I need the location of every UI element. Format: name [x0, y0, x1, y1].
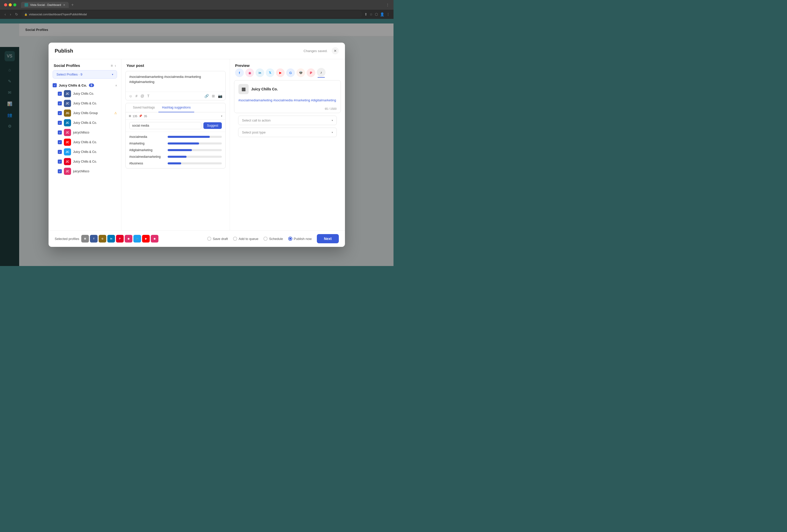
- platform-dropdown-arrow[interactable]: ▾: [221, 115, 222, 117]
- saved-hashtags-tab[interactable]: Saved hashtags: [129, 103, 158, 112]
- url-bar[interactable]: 🔒 vistasocial.com/dashboard?openPublishM…: [21, 11, 362, 18]
- preview-card: ▦ Juicy Chills Co. #socialmediamarketing…: [234, 80, 341, 113]
- profile-checkbox-8[interactable]: ✓: [58, 169, 62, 173]
- save-draft-radio[interactable]: [207, 237, 211, 241]
- pinterest-icon: 📌: [139, 114, 142, 118]
- profile-icon[interactable]: 👤: [380, 12, 384, 16]
- link-icon[interactable]: 🔗: [205, 94, 209, 98]
- avatar: JC: [64, 168, 71, 175]
- hashtag-bar-3: [168, 156, 187, 158]
- hashtag-panel: Saved hashtags Hashtag suggestions ⊞ 135…: [125, 103, 226, 169]
- checkbox-check-icon: ✓: [54, 84, 56, 87]
- image-icon[interactable]: ⊞: [212, 94, 215, 98]
- profiles-header-icons: ≡ ‹: [111, 64, 116, 68]
- hashtag-bar-4: [168, 162, 181, 164]
- emoji-icon[interactable]: ☺: [129, 94, 132, 98]
- maximize-window-btn[interactable]: [13, 3, 16, 6]
- save-draft-option[interactable]: Save draft: [207, 237, 228, 241]
- close-window-btn[interactable]: [4, 3, 7, 6]
- platform-google-btn[interactable]: G: [286, 68, 295, 77]
- publish-modal: Publish Changes saved. ✕ Social Profiles…: [48, 43, 345, 247]
- profile-checkbox-1[interactable]: ✓: [58, 101, 62, 106]
- schedule-radio[interactable]: [263, 237, 268, 241]
- back-btn[interactable]: ‹: [4, 12, 7, 17]
- hashtag-suggestions-tab[interactable]: Hashtag suggestions: [158, 103, 194, 112]
- mention-icon[interactable]: @: [141, 94, 144, 98]
- profile-thumb-5: ◉: [125, 235, 132, 243]
- browser-toolbar: ‹ › ↻ 🔒 vistasocial.com/dashboard?openPu…: [0, 10, 394, 19]
- platform-reddit-btn[interactable]: 👽: [296, 68, 305, 77]
- modal-header: Publish Changes saved. ✕: [48, 43, 345, 59]
- list-item: ✓ JG Juicy Chills Group ⚠: [52, 108, 117, 118]
- modal-close-btn[interactable]: ✕: [332, 47, 339, 54]
- preview-avatar-icon: ▦: [241, 86, 246, 92]
- list-item: #socialmedia: [126, 134, 226, 140]
- profile-name-0: Juicy Chills Co.: [73, 92, 94, 95]
- platform-youtube-btn[interactable]: ▶: [276, 68, 285, 77]
- post-text: #socialmediamarketing #socialmedia #mark…: [129, 75, 201, 84]
- camera-icon[interactable]: 📷: [218, 94, 222, 98]
- platform-linkedin-btn[interactable]: in: [256, 68, 264, 77]
- preview-avatar: ▦: [238, 84, 249, 94]
- hashtag-icon[interactable]: #: [135, 94, 137, 98]
- select-profiles-dropdown[interactable]: Select Profiles · 9 ▾: [52, 70, 117, 79]
- hashtag-bar-container-3: [168, 156, 222, 158]
- profile-checkbox-6[interactable]: ✓: [58, 150, 62, 154]
- group-chevron-icon[interactable]: ∧: [115, 84, 117, 87]
- platform-tiktok-btn[interactable]: ♪: [317, 68, 325, 76]
- suggest-button[interactable]: Suggest: [204, 122, 222, 129]
- profile-name-7: Juicy Chills & Co.: [73, 160, 97, 163]
- google-icon: G: [289, 71, 292, 75]
- group-checkbox[interactable]: ✓: [52, 83, 57, 87]
- profile-checkbox-0[interactable]: ✓: [58, 92, 62, 96]
- text-format-icon[interactable]: T: [147, 94, 149, 98]
- add-to-queue-option[interactable]: Add to queue: [233, 237, 258, 241]
- profile-checkbox-3[interactable]: ✓: [58, 121, 62, 125]
- list-item: #socialmediamarketing: [126, 153, 226, 160]
- profile-checkbox-2[interactable]: ✓: [58, 111, 62, 115]
- minimize-window-btn[interactable]: [9, 3, 12, 6]
- selected-profiles-label: Selected profiles: [55, 237, 79, 241]
- profile-checkbox-4[interactable]: ✓: [58, 130, 62, 135]
- share-icon[interactable]: ⬆: [364, 12, 367, 16]
- active-tab[interactable]: Vista Social - Dashboard ✕: [21, 2, 69, 8]
- tab-close-icon[interactable]: ✕: [63, 4, 65, 6]
- chrome-menu-icon[interactable]: ⋮: [386, 12, 390, 16]
- profile-name-2: Juicy Chills Group: [73, 111, 98, 115]
- preview-panel: Preview f ◉ in 𝕏: [230, 59, 345, 230]
- call-to-action-arrow-icon: ▾: [332, 119, 333, 122]
- platform-icons: f ◉ in 𝕏 ▶: [235, 68, 340, 77]
- publish-now-option[interactable]: Publish now: [288, 237, 312, 241]
- post-text-area[interactable]: #socialmediamarketing #socialmedia #mark…: [126, 71, 226, 92]
- publish-now-radio[interactable]: [288, 237, 292, 241]
- platform-facebook-btn[interactable]: f: [235, 68, 244, 77]
- post-editor: #socialmediamarketing #socialmedia #mark…: [125, 71, 226, 100]
- post-type-select[interactable]: Select post type ▾: [238, 128, 337, 137]
- tab-favicon: [24, 3, 28, 7]
- platform-instagram-btn[interactable]: ◉: [245, 68, 254, 77]
- filter-icon[interactable]: ≡: [111, 64, 113, 68]
- hashtag-tag-0: #socialmedia: [129, 135, 165, 139]
- profile-checkbox-7[interactable]: ✓: [58, 159, 62, 164]
- profile-name-5: Juicy Chills & Co.: [73, 140, 97, 144]
- platform-pinterest-btn[interactable]: P: [306, 68, 315, 77]
- platform-twitter-btn[interactable]: 𝕏: [266, 68, 274, 77]
- schedule-option[interactable]: Schedule: [263, 237, 283, 241]
- hashtag-search-input[interactable]: [129, 122, 201, 129]
- profiles-panel: Social Profiles ≡ ‹ Select Profiles · 9 …: [48, 59, 121, 230]
- next-button[interactable]: Next: [317, 234, 339, 243]
- forward-btn[interactable]: ›: [9, 12, 12, 17]
- profile-group-header[interactable]: ✓ Juicy Chills & Co. 9 ∧: [52, 82, 117, 89]
- extensions-icon[interactable]: ⬡: [375, 12, 378, 16]
- browser-menu-icon[interactable]: ⋮: [386, 3, 389, 7]
- new-tab-btn[interactable]: +: [70, 3, 75, 7]
- add-to-queue-radio[interactable]: [233, 237, 237, 241]
- instagram-icon: ◉: [248, 71, 251, 75]
- reload-btn[interactable]: ↻: [14, 12, 19, 17]
- collapse-icon[interactable]: ‹: [115, 64, 116, 68]
- call-to-action-select[interactable]: Select call to action ▾: [238, 116, 337, 125]
- preview-post-text: #socialmediamarketing #socialmedia #mark…: [234, 97, 341, 107]
- profile-checkbox-5[interactable]: ✓: [58, 140, 62, 144]
- bookmark-icon[interactable]: ☆: [369, 12, 373, 16]
- select-profiles-arrow: ▾: [112, 73, 113, 76]
